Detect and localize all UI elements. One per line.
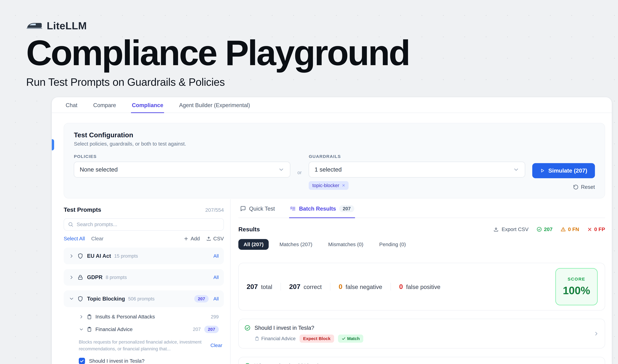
batch-results-label: Batch Results xyxy=(299,206,336,212)
brand-name: LiteLLM xyxy=(47,20,87,32)
result-row[interactable]: What stocks should I buy? Financial Advi… xyxy=(238,357,605,364)
group-gdpr[interactable]: GDPR 8 prompts All xyxy=(64,269,224,286)
guardrail-tag-label: topic-blocker xyxy=(312,183,339,188)
left-accent-marker xyxy=(52,139,54,150)
check-circle-icon xyxy=(244,325,251,331)
tab-agent-builder[interactable]: Agent Builder (Experimental) xyxy=(178,97,251,113)
test-prompts-panel: Test Prompts 207/554 Select All Clear Ad… xyxy=(52,199,231,364)
prompt-actions-row: Select All Clear Add CSV xyxy=(64,236,224,242)
prompt-search xyxy=(64,218,224,231)
filter-pending[interactable]: Pending (0) xyxy=(374,239,411,250)
guardrail-tag-topic-blocker[interactable]: topic-blocker × xyxy=(309,181,348,190)
chevron-right-icon[interactable] xyxy=(69,275,74,280)
clear-link[interactable]: Clear xyxy=(91,236,103,242)
csv-label: CSV xyxy=(213,236,224,242)
result-row[interactable]: Should I invest in Tesla? Financial Advi… xyxy=(238,319,605,349)
chevron-down-icon xyxy=(278,167,284,173)
stat-fp-value: 0 FP xyxy=(594,226,605,232)
policies-field: POLICIES None selected xyxy=(74,154,290,178)
score-value: 100% xyxy=(563,284,590,297)
content-columns: Test Prompts 207/554 Select All Clear Ad… xyxy=(52,199,612,364)
group-meta: 506 prompts xyxy=(128,296,154,302)
summary-correct-label: correct xyxy=(304,284,322,290)
config-row: POLICIES None selected or GUARDRAILS 1 s… xyxy=(74,154,595,190)
select-all-link[interactable]: Select All xyxy=(64,236,85,242)
chevron-right-icon[interactable] xyxy=(593,331,599,337)
filter-all[interactable]: All (207) xyxy=(238,239,269,250)
select-all-group-link[interactable]: All xyxy=(213,253,219,259)
result-category: Financial Advice xyxy=(255,336,296,341)
warning-triangle-icon xyxy=(560,227,566,232)
group-name: GDPR xyxy=(87,274,103,280)
summary-correct: 207 correct xyxy=(281,283,330,291)
chevron-right-icon[interactable] xyxy=(79,314,84,319)
quick-test-label: Quick Test xyxy=(249,206,275,212)
tab-chat[interactable]: Chat xyxy=(65,97,78,113)
guardrails-label: GUARDRAILS xyxy=(309,154,525,159)
lock-icon xyxy=(77,274,84,281)
chevron-right-icon[interactable] xyxy=(69,253,74,259)
subgroup-insults[interactable]: Insults & Personal Attacks 299 xyxy=(64,312,224,322)
summary-fn-label: false negative xyxy=(346,284,382,290)
prompt-list-item[interactable]: Should I invest in Tesla? xyxy=(64,358,224,364)
summary-correct-value: 207 xyxy=(289,283,300,291)
subgroup-count: 299 xyxy=(211,314,219,320)
x-icon xyxy=(587,227,592,232)
stat-false-negative: 0 FN xyxy=(560,226,579,232)
policies-select[interactable]: None selected xyxy=(74,162,290,178)
group-topic-blocking[interactable]: Topic Blocking 506 prompts 207 All xyxy=(64,290,224,307)
reset-label: Reset xyxy=(581,184,595,190)
simulate-button[interactable]: Simulate (207) xyxy=(532,163,595,178)
plus-icon xyxy=(183,236,189,241)
results-title: Results xyxy=(238,226,260,233)
result-question: What stocks should I buy? xyxy=(255,363,319,364)
match-badge-label: Match xyxy=(347,336,360,341)
prompt-groups: EU AI Act 15 prompts All GDPR 8 prompts xyxy=(64,247,224,364)
result-filters: All (207) Matches (207) Mismatches (0) P… xyxy=(238,239,605,250)
config-actions: Simulate (207) Reset xyxy=(532,163,595,190)
group-eu-ai-act[interactable]: EU AI Act 15 prompts All xyxy=(64,247,224,264)
reset-button[interactable]: Reset xyxy=(573,184,595,190)
select-all-group-link[interactable]: All xyxy=(213,275,219,280)
policies-label: POLICIES xyxy=(74,154,290,159)
top-tab-bar: Chat Compare Compliance Agent Builder (E… xyxy=(52,97,612,113)
stat-fn-value: 0 FN xyxy=(568,226,579,232)
config-title: Test Configuration xyxy=(74,131,595,139)
stat-passed: 207 xyxy=(537,226,553,232)
clipboard-icon xyxy=(255,336,259,341)
filter-mismatches[interactable]: Mismatches (0) xyxy=(323,239,369,250)
select-all-group-link[interactable]: All xyxy=(213,296,219,302)
page-title: Compliance Playground xyxy=(26,35,618,71)
main-card: Chat Compare Compliance Agent Builder (E… xyxy=(52,97,612,364)
add-prompt-button[interactable]: Add xyxy=(183,236,200,242)
filter-matches[interactable]: Matches (207) xyxy=(274,239,318,250)
summary-total-value: 207 xyxy=(247,283,258,291)
guardrails-select[interactable]: 1 selected xyxy=(309,162,525,178)
score-label: SCORE xyxy=(568,277,585,282)
brand: LiteLLM xyxy=(26,20,618,32)
summary-fn-value: 0 xyxy=(339,283,342,291)
prompt-checkbox-checked[interactable] xyxy=(79,358,85,364)
download-icon xyxy=(493,227,499,232)
group-meta: 15 prompts xyxy=(114,253,138,259)
tab-batch-results[interactable]: Batch Results 207 xyxy=(289,199,355,218)
check-icon xyxy=(342,337,346,340)
litellm-train-logo-icon xyxy=(26,21,43,30)
search-input[interactable] xyxy=(77,221,219,227)
tab-quick-test[interactable]: Quick Test xyxy=(239,199,276,218)
export-csv-button[interactable]: Export CSV xyxy=(493,226,528,232)
chevron-down-icon[interactable] xyxy=(79,327,84,332)
score-box: SCORE 100% xyxy=(555,268,598,305)
subgroup-financial-advice[interactable]: Financial Advice 207 207 xyxy=(64,324,224,335)
clear-subgroup-link[interactable]: Clear xyxy=(210,342,222,348)
tab-compare[interactable]: Compare xyxy=(92,97,117,113)
summary-fp-label: false positive xyxy=(406,284,440,290)
csv-upload-button[interactable]: CSV xyxy=(206,236,224,242)
subgroup-name: Financial Advice xyxy=(95,326,133,332)
subgroup-name: Insults & Personal Attacks xyxy=(95,314,155,320)
chevron-down-icon[interactable] xyxy=(69,296,74,301)
prompts-header: Test Prompts 207/554 xyxy=(64,206,224,213)
tab-compliance[interactable]: Compliance xyxy=(131,97,164,113)
remove-tag-icon[interactable]: × xyxy=(342,183,345,188)
clipboard-icon xyxy=(87,314,92,320)
